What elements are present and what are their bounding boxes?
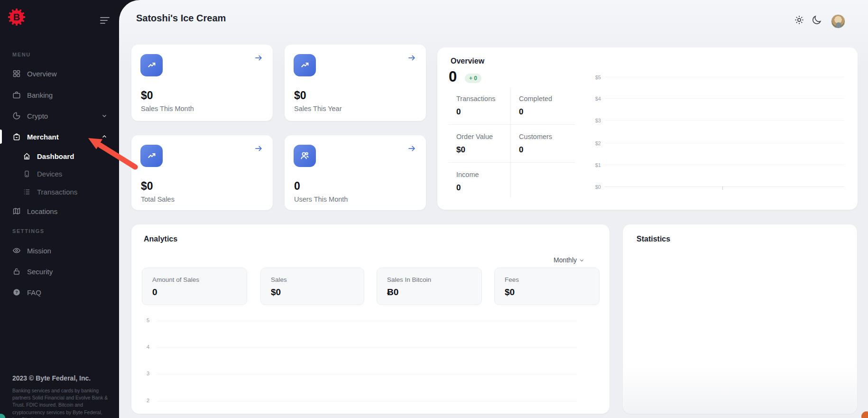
overview-total: 0 <box>449 68 457 85</box>
analytics-box-sales-in-bitcoin: Sales In Bitcoin Ƀ0 <box>377 268 482 305</box>
overview-stat-value: 0 <box>456 183 461 193</box>
statistics-panel: Statistics <box>623 224 857 414</box>
analytics-panel: Analytics Monthly Amount of Sales 0 Sale… <box>131 224 609 414</box>
overview-stat-label: Customers <box>519 133 552 140</box>
analytics-box-label: Fees <box>505 276 519 283</box>
trend-up-icon <box>147 60 157 71</box>
stat-label: Total Sales <box>141 195 175 203</box>
overview-stat-value: $0 <box>456 145 465 155</box>
question-icon: ? <box>12 288 21 297</box>
sidebar-item-label: Overview <box>27 70 57 78</box>
overview-stat-label: Transactions <box>456 95 495 102</box>
analytics-title: Analytics <box>144 235 177 243</box>
sidebar-item-faq[interactable]: ? FAQ <box>12 286 41 299</box>
device-icon <box>23 170 31 178</box>
settings-section-label: SETTINGS <box>12 228 45 234</box>
stat-value: 0 <box>294 180 300 193</box>
chevron-up-icon[interactable] <box>102 134 107 139</box>
sidebar-toggle-button[interactable] <box>100 17 111 25</box>
arrow-right-icon[interactable] <box>254 144 263 153</box>
chat-widget-fragment[interactable] <box>0 414 5 418</box>
analytics-box-label: Sales In Bitcoin <box>387 276 431 283</box>
sidebar-item-locations[interactable]: Locations <box>12 204 57 218</box>
svg-text:B: B <box>13 12 20 22</box>
active-indicator <box>0 130 2 144</box>
home-icon <box>23 152 31 160</box>
sidebar-item-overview[interactable]: Overview <box>12 67 57 80</box>
arrow-right-icon[interactable] <box>407 53 416 63</box>
arrow-right-icon[interactable] <box>254 53 263 63</box>
sidebar-item-label: Devices <box>37 170 62 178</box>
stat-card-users-this-month[interactable]: 0 Users This Month <box>285 135 426 210</box>
analytics-box-value: Ƀ0 <box>387 287 398 297</box>
stat-label: Sales This Year <box>294 105 342 112</box>
svg-text:?: ? <box>15 290 18 295</box>
byte-federal-logo[interactable]: B <box>8 8 26 26</box>
user-avatar[interactable] <box>831 14 845 28</box>
sidebar: B MENU Overview Banking Crypto Merchant … <box>0 0 119 418</box>
copyright-text: 2023 © Byte Federal, Inc. <box>12 374 91 382</box>
chevron-down-icon[interactable] <box>102 113 107 119</box>
sidebar-item-label: Crypto <box>27 112 48 120</box>
overview-stat-label: Income <box>456 171 479 178</box>
shopping-bag-icon <box>12 132 21 141</box>
stat-value: $0 <box>141 89 153 102</box>
help-widget-fragment[interactable] <box>861 411 868 418</box>
sidebar-item-mission[interactable]: Mission <box>12 244 51 257</box>
statistics-title: Statistics <box>637 235 670 243</box>
sidebar-item-banking[interactable]: Banking <box>12 88 53 102</box>
sidebar-item-label: Dashboard <box>37 152 74 160</box>
stat-label: Users This Month <box>294 195 348 203</box>
legal-disclaimer-text: Banking services and cards by banking pa… <box>12 387 109 418</box>
sidebar-item-label: FAQ <box>27 288 41 297</box>
overview-delta-badge: + 0 <box>465 74 481 83</box>
trend-up-icon <box>300 60 310 71</box>
sidebar-item-merchant[interactable]: Merchant <box>12 130 59 143</box>
page-title: Satoshi's Ice Cream <box>136 13 226 24</box>
sidebar-item-label: Merchant <box>27 133 59 141</box>
stat-value: $0 <box>294 89 306 102</box>
period-dropdown[interactable]: Monthly <box>554 256 584 264</box>
sidebar-item-label: Mission <box>27 247 51 255</box>
overview-stat-value: 0 <box>519 107 523 117</box>
stat-card-sales-this-year[interactable]: $0 Sales This Year <box>285 45 426 121</box>
eye-icon <box>12 246 21 255</box>
overview-stat-value: 0 <box>456 107 461 117</box>
dark-mode-icon[interactable] <box>811 15 822 26</box>
sidebar-item-transactions[interactable]: Transactions <box>23 185 77 198</box>
map-icon <box>12 207 21 215</box>
menu-section-label: MENU <box>12 52 31 57</box>
period-value: Monthly <box>554 256 577 264</box>
overview-stat-label: Completed <box>519 95 552 102</box>
lock-icon <box>12 267 21 276</box>
sidebar-item-crypto[interactable]: Crypto <box>12 109 48 122</box>
light-mode-icon[interactable] <box>794 15 804 25</box>
sidebar-item-label: Transactions <box>37 188 77 196</box>
sidebar-item-dashboard[interactable]: Dashboard <box>23 149 74 163</box>
overview-panel: Overview 0 + 0 Transactions 0 Completed … <box>437 47 858 210</box>
sidebar-item-security[interactable]: Security <box>12 265 53 278</box>
briefcase-icon <box>12 91 21 99</box>
analytics-box-sales: Sales $0 <box>260 268 364 305</box>
analytics-box-value: $0 <box>505 287 515 297</box>
stat-card-sales-this-month[interactable]: $0 Sales This Month <box>131 45 273 121</box>
arrow-right-icon[interactable] <box>407 144 416 153</box>
chart-tick <box>722 186 723 190</box>
list-icon <box>23 188 31 196</box>
grid-icon <box>12 69 21 78</box>
analytics-box-amount-of-sales: Amount of Sales 0 <box>142 268 247 305</box>
analytics-box-label: Sales <box>271 276 287 283</box>
chevron-down-icon <box>579 258 584 263</box>
sidebar-item-label: Locations <box>27 207 57 215</box>
main-content: Satoshi's Ice Cream $0 Sales This Month … <box>119 0 868 418</box>
sidebar-item-label: Security <box>27 268 53 276</box>
sidebar-item-label: Banking <box>27 91 53 99</box>
overview-stat-value: 0 <box>519 145 523 155</box>
sidebar-item-devices[interactable]: Devices <box>23 167 62 180</box>
stat-label: Sales This Month <box>141 105 194 112</box>
analytics-box-label: Amount of Sales <box>152 276 199 283</box>
trend-up-icon <box>147 151 157 161</box>
overview-title: Overview <box>451 57 484 65</box>
stat-card-total-sales[interactable]: $0 Total Sales <box>131 135 273 210</box>
stat-value: $0 <box>141 180 153 193</box>
